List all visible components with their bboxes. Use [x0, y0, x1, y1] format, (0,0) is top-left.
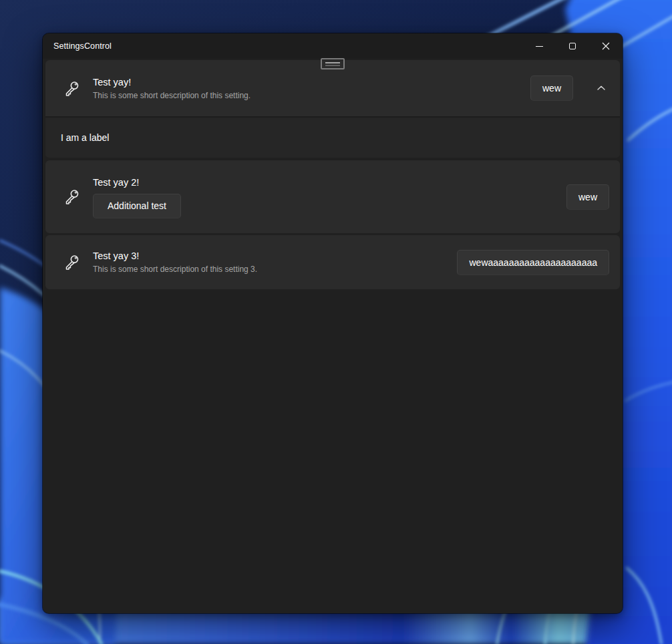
settings-card-3: Test yay 3! This is some short descripti… — [45, 235, 620, 289]
maximize-button[interactable] — [556, 33, 589, 59]
card-text-block: Test yay 2! Additional test — [93, 176, 566, 218]
card-text-block: Test yay 3! This is some short descripti… — [93, 249, 457, 275]
expander-content: I am a label — [45, 118, 620, 158]
card-description: This is some short description of this s… — [93, 264, 457, 275]
expander-content-label: I am a label — [61, 132, 109, 143]
card-text-block: Test yay! This is some short description… — [93, 75, 530, 102]
settings-card-2: Test yay 2! Additional test wew — [45, 160, 620, 233]
close-button[interactable] — [589, 33, 623, 59]
chevron-up-icon[interactable] — [596, 86, 607, 91]
app-window: SettingsControl — [43, 33, 623, 613]
titlebar: SettingsControl — [43, 33, 623, 59]
settings-expander-card: Test yay! This is some short description… — [45, 60, 620, 158]
minimize-button[interactable] — [522, 33, 556, 59]
caption-buttons — [522, 33, 623, 59]
key-icon — [63, 188, 80, 206]
card-title: Test yay 2! — [93, 176, 139, 189]
card2-action-button[interactable]: wew — [566, 184, 609, 210]
window-title: SettingsControl — [43, 41, 522, 51]
maximize-icon — [569, 43, 576, 49]
close-icon — [602, 42, 610, 50]
keyboard-gripper-icon — [321, 58, 345, 69]
card-title: Test yay 3! — [93, 249, 457, 263]
card3-action-button[interactable]: wewaaaaaaaaaaaaaaaaaaaaa — [457, 250, 609, 275]
window-content: Test yay! This is some short description… — [43, 59, 623, 613]
card-title: Test yay! — [93, 75, 530, 89]
key-icon — [63, 79, 80, 98]
key-icon — [63, 253, 80, 271]
expander-action-button[interactable]: wew — [530, 75, 573, 101]
additional-test-button[interactable]: Additional test — [93, 194, 181, 218]
minimize-icon — [536, 46, 543, 47]
card-description: This is some short description of this s… — [93, 90, 530, 102]
